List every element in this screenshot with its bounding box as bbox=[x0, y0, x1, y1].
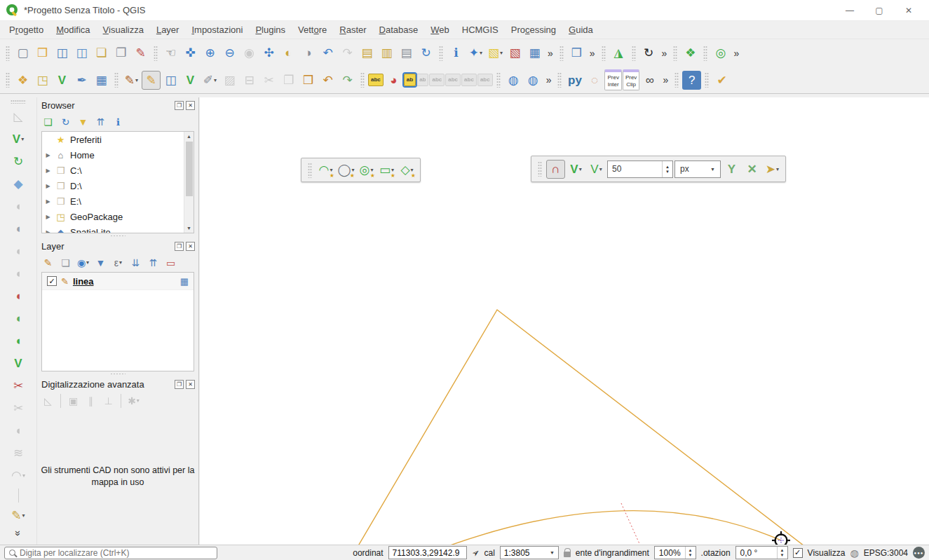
python-console-button[interactable]: py bbox=[565, 71, 584, 90]
delete-part-button[interactable]: ◖ bbox=[9, 287, 28, 306]
toolbar-grip[interactable] bbox=[308, 163, 312, 178]
menu-progetto[interactable]: Progetto bbox=[3, 22, 50, 37]
zoom-full-button[interactable]: ✣ bbox=[259, 43, 278, 62]
rectangle-button[interactable]: ▭▾ bbox=[377, 161, 396, 179]
scrollbar-thumb[interactable] bbox=[186, 142, 193, 196]
run-feature-action-button[interactable]: ✦▾ bbox=[466, 43, 485, 62]
new-spatial-bookmark-button[interactable]: ▤ bbox=[358, 43, 377, 62]
open-layer-styling-button[interactable]: ✎ bbox=[40, 254, 56, 271]
browser-item-geopackage[interactable]: ▶◳GeoPackage bbox=[42, 209, 194, 224]
undo-button[interactable]: ↶ bbox=[318, 71, 337, 90]
manage-map-themes-button[interactable]: ◉▾ bbox=[75, 254, 91, 271]
vertex-tool-menu-button[interactable]: ✐▾ bbox=[201, 71, 219, 90]
new-memory-layer-button[interactable]: ▦ bbox=[92, 71, 111, 90]
browser-item-drive-c[interactable]: ▶❒C:\ bbox=[42, 163, 194, 178]
clip-multiple-layers-button[interactable]: ❒ bbox=[567, 43, 586, 62]
expander-icon[interactable]: ▶ bbox=[45, 168, 51, 174]
expander-icon[interactable]: ▶ bbox=[45, 198, 51, 205]
toolbar-overflow-button[interactable]: » bbox=[731, 48, 742, 58]
toolbar-grip[interactable] bbox=[439, 46, 443, 61]
simplify-feature-button[interactable]: ◆ bbox=[9, 175, 28, 193]
new-geopackage-layer-button[interactable]: ◳ bbox=[33, 71, 52, 90]
pin-labels-button[interactable]: ab bbox=[404, 74, 416, 86]
toolbar-grip[interactable] bbox=[538, 161, 542, 177]
layer-name[interactable]: linea bbox=[73, 276, 94, 287]
spinner-arrows-icon[interactable]: ▲▼ bbox=[777, 547, 787, 559]
style-manager-button[interactable]: ✎ bbox=[131, 43, 150, 62]
fill-ring-button[interactable]: ◖ bbox=[9, 309, 28, 328]
menu-visualizza[interactable]: Visualizza bbox=[97, 22, 150, 37]
toolbar-grip[interactable] bbox=[673, 46, 677, 61]
plugin-reloader-button[interactable]: ↻ bbox=[639, 43, 658, 62]
vertex-tool-menu-dropdown[interactable]: ▾ bbox=[214, 77, 217, 83]
layer-diagram-button[interactable]: ◕ bbox=[384, 71, 403, 90]
offset-curve-button[interactable]: ◖ bbox=[9, 332, 28, 350]
annotation-tools-button[interactable]: ✎▾ bbox=[9, 506, 28, 525]
toolbar-grip[interactable] bbox=[560, 46, 564, 61]
annotation-tools-dropdown[interactable]: ▾ bbox=[22, 512, 25, 519]
filter-by-expression-dropdown[interactable]: ▾ bbox=[119, 259, 122, 266]
toolbar-grip[interactable] bbox=[632, 46, 636, 61]
self-snapping-dropdown[interactable]: ▾ bbox=[776, 166, 779, 172]
filter-legend-button[interactable]: ▼ bbox=[93, 254, 109, 271]
refresh-map-button[interactable]: ↻ bbox=[416, 43, 435, 62]
panel-resize-handle[interactable] bbox=[37, 371, 198, 376]
rotate-feature-button[interactable]: ↻ bbox=[9, 152, 28, 171]
scroll-down-icon[interactable]: ▼ bbox=[187, 224, 191, 233]
expander-icon[interactable]: ▶ bbox=[45, 214, 51, 220]
browser-scrollbar[interactable]: ▲ ▼ bbox=[184, 132, 194, 233]
filter-by-expression-button[interactable]: ε▾ bbox=[110, 254, 126, 271]
zoom-last-button[interactable]: ↶ bbox=[318, 43, 337, 62]
menu-hcmgis[interactable]: HCMGIS bbox=[456, 22, 505, 37]
layout-manager-button[interactable]: ❐ bbox=[111, 43, 130, 62]
select-features-button[interactable]: ▧▾ bbox=[486, 43, 505, 62]
snapping-tolerance-spinbox[interactable]: 50▲▼ bbox=[607, 161, 673, 178]
zoom-to-layer-button[interactable]: ◑ bbox=[299, 43, 318, 62]
refresh-browser-button[interactable]: ↻ bbox=[57, 114, 74, 130]
move-feature-dropdown[interactable]: ▾ bbox=[21, 136, 24, 142]
new-project-button[interactable]: ▢ bbox=[13, 43, 32, 62]
collapse-all-layers-button[interactable]: ⇈ bbox=[145, 254, 161, 271]
toolbar-grip[interactable] bbox=[6, 46, 10, 61]
crs-label[interactable]: EPSG:3004 bbox=[864, 548, 908, 558]
messages-button[interactable]: ●●● bbox=[913, 547, 925, 559]
menu-web[interactable]: Web bbox=[424, 22, 456, 37]
circle-button[interactable]: ◯▾ bbox=[337, 161, 355, 179]
add-selected-layers-button[interactable]: ❏ bbox=[40, 114, 56, 130]
search-layers-button[interactable]: ◎ bbox=[711, 43, 730, 62]
menu-vettore[interactable]: Vettore bbox=[292, 22, 333, 37]
toolbar-grip[interactable] bbox=[6, 72, 10, 88]
menu-layer[interactable]: Layer bbox=[150, 22, 186, 37]
expander-icon[interactable]: ▶ bbox=[45, 183, 51, 189]
expand-all-layers-button[interactable]: ⇊ bbox=[128, 254, 144, 271]
hcmgis-tools-button[interactable]: ◮ bbox=[609, 43, 628, 62]
open-attribute-table-button[interactable]: ▦ bbox=[525, 43, 544, 62]
reshape-features-button[interactable]: ✂ bbox=[9, 376, 28, 395]
zoom-to-selection-button[interactable]: ◐ bbox=[279, 43, 298, 62]
self-snapping-button[interactable]: ➤▾ bbox=[763, 160, 782, 179]
redo-button[interactable]: ↷ bbox=[338, 71, 357, 90]
prev-inter-button[interactable]: Prev Inter bbox=[604, 69, 621, 90]
expander-icon[interactable]: ▶ bbox=[45, 152, 51, 158]
toolbar-overflow-button[interactable]: » bbox=[587, 48, 598, 58]
enable-snapping-button[interactable]: ∩ bbox=[546, 160, 565, 179]
save-project-button[interactable]: ◫ bbox=[53, 43, 72, 62]
split-features-button[interactable]: ◖ bbox=[9, 219, 28, 238]
new-virtual-layer-button[interactable]: ✒ bbox=[72, 71, 91, 90]
open-project-button[interactable]: ❒ bbox=[33, 43, 52, 62]
pan-to-selection-button[interactable]: ✜ bbox=[181, 43, 200, 62]
mouse-position-icon[interactable]: ➢ bbox=[469, 546, 482, 559]
offset-point-symbols-dropdown[interactable]: ▾ bbox=[22, 472, 25, 479]
toolbar-grip[interactable] bbox=[360, 72, 365, 88]
preview-mode-button[interactable]: ◌ bbox=[585, 71, 604, 90]
lf-tools-button[interactable]: ❖ bbox=[681, 43, 700, 62]
layer-visibility-checkbox[interactable]: ✓ bbox=[47, 276, 57, 286]
menu-processing[interactable]: Processing bbox=[505, 22, 562, 37]
rectangle-dropdown[interactable]: ▾ bbox=[391, 167, 394, 173]
cad-float-button[interactable]: ❐ bbox=[175, 380, 184, 389]
vertex-tool-button[interactable]: V bbox=[9, 354, 28, 373]
browser-item-drive-e[interactable]: ▶❒E:\ bbox=[42, 193, 194, 209]
locator-input[interactable] bbox=[20, 548, 212, 558]
chevron-down-icon[interactable]: ▼ bbox=[710, 167, 715, 172]
snapping-units-combo[interactable]: px▼ bbox=[674, 161, 721, 178]
